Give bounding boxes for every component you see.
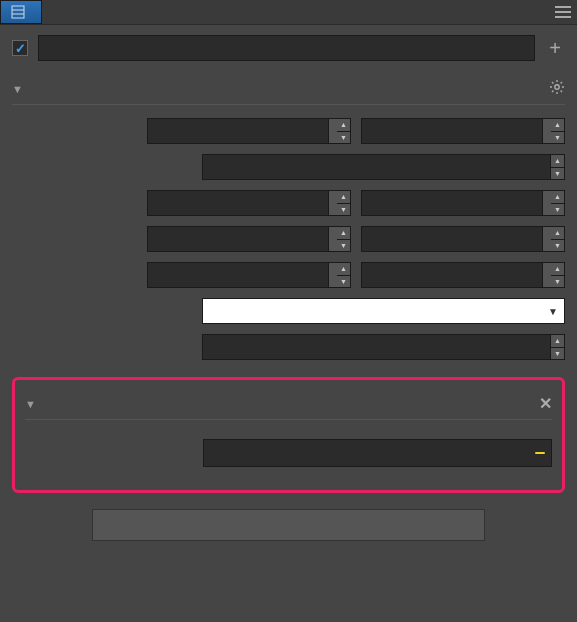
opacity-spinner[interactable]: ▲▼ <box>551 334 565 360</box>
position-y-input[interactable] <box>361 118 543 144</box>
add-component-button[interactable] <box>92 509 485 541</box>
node-section-header[interactable]: ▼ <box>12 73 565 105</box>
collapse-icon: ▼ <box>25 398 36 410</box>
anchor-x-spinner[interactable]: ▲▼ <box>337 226 351 252</box>
script-badge <box>535 452 545 454</box>
rotation-input[interactable] <box>202 154 551 180</box>
add-button[interactable]: + <box>545 38 565 58</box>
scale-y-spinner[interactable]: ▲▼ <box>551 190 565 216</box>
position-y-spinner[interactable]: ▲▼ <box>551 118 565 144</box>
position-x-spinner[interactable]: ▲▼ <box>337 118 351 144</box>
size-w-spinner[interactable]: ▲▼ <box>337 262 351 288</box>
component-highlight: ▼ ✕ <box>12 377 565 493</box>
inspector-icon <box>11 5 25 19</box>
anchor-x-input[interactable] <box>147 226 329 252</box>
panel-menu-icon[interactable] <box>549 0 577 24</box>
axis-y-badge <box>543 118 551 144</box>
opacity-input[interactable] <box>202 334 551 360</box>
size-h-spinner[interactable]: ▲▼ <box>551 262 565 288</box>
svg-rect-0 <box>12 6 24 18</box>
tab-bar <box>0 0 577 25</box>
collapse-icon: ▼ <box>12 83 23 95</box>
scale-y-input[interactable] <box>361 190 543 216</box>
svg-line-9 <box>561 91 562 92</box>
scale-x-input[interactable] <box>147 190 329 216</box>
size-w-input[interactable] <box>147 262 329 288</box>
anchor-y-spinner[interactable]: ▲▼ <box>551 226 565 252</box>
color-picker[interactable]: ▼ <box>202 298 565 324</box>
axis-x-badge <box>329 118 337 144</box>
position-x-input[interactable] <box>147 118 329 144</box>
script-field[interactable] <box>203 439 552 467</box>
scale-x-spinner[interactable]: ▲▼ <box>337 190 351 216</box>
gear-icon[interactable] <box>549 79 565 98</box>
size-h-input[interactable] <box>361 262 543 288</box>
node-name-input[interactable] <box>38 35 535 61</box>
close-icon[interactable]: ✕ <box>539 394 552 413</box>
dropdown-caret-icon: ▼ <box>548 306 558 317</box>
svg-line-8 <box>552 82 553 83</box>
svg-line-11 <box>561 82 562 83</box>
node-enabled-checkbox[interactable] <box>12 40 28 56</box>
inspector-tab[interactable] <box>0 0 42 24</box>
component-section-header[interactable]: ▼ ✕ <box>25 388 552 420</box>
anchor-y-input[interactable] <box>361 226 543 252</box>
rotation-spinner[interactable]: ▲▼ <box>551 154 565 180</box>
svg-point-3 <box>555 85 559 89</box>
svg-line-10 <box>552 91 553 92</box>
